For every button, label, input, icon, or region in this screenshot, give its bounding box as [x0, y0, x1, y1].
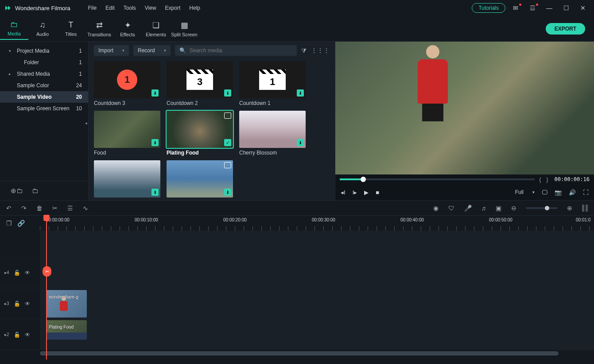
tutorials-button[interactable]: Tutorials: [472, 3, 505, 13]
playhead[interactable]: [46, 216, 47, 360]
tab-titles[interactable]: TTitles: [57, 18, 85, 39]
tab-elements[interactable]: ❏Elements: [142, 18, 170, 40]
timeline-clip-plating-food[interactable]: Plating Food: [46, 320, 87, 340]
zoom-out-icon[interactable]: ⊖: [511, 205, 516, 212]
delete-icon[interactable]: 🗑: [36, 205, 43, 212]
track-body[interactable]: Plating Food: [40, 319, 594, 350]
snapshot-icon[interactable]: 📷: [555, 189, 562, 196]
eye-icon[interactable]: 👁: [25, 332, 30, 338]
track-body[interactable]: wondershare-g: [40, 288, 594, 319]
crop-icon[interactable]: ▣: [496, 205, 501, 212]
elements-icon: ❏: [152, 20, 159, 30]
media-item-beach[interactable]: ⬇Beach: [167, 160, 233, 200]
sidebar-item-project-media[interactable]: ▾Project Media1: [0, 45, 88, 57]
horizontal-scrollbar[interactable]: [40, 350, 559, 356]
fullscreen-icon[interactable]: ⛶: [583, 189, 589, 196]
eye-icon[interactable]: 👁: [25, 270, 30, 276]
menu-export[interactable]: Export: [165, 5, 181, 11]
markers-icon[interactable]: { }: [539, 176, 550, 183]
media-item-food[interactable]: ⬇Food: [94, 111, 160, 156]
check-icon: ✓: [224, 139, 231, 146]
record-dropdown[interactable]: Record▾: [133, 45, 171, 56]
redo-icon[interactable]: ↷: [21, 205, 27, 212]
volume-icon[interactable]: 🔊: [569, 189, 576, 196]
export-button[interactable]: EXPORT: [546, 23, 585, 35]
menu-tools[interactable]: Tools: [124, 5, 136, 11]
cut-icon[interactable]: ✂: [52, 205, 58, 212]
media-item-countdown-2[interactable]: 3⬇Countdown 2: [167, 61, 233, 106]
lock-icon[interactable]: 🔓: [14, 332, 20, 338]
tab-effects[interactable]: ✦Effects: [113, 18, 142, 40]
tab-media[interactable]: 🗀Media: [0, 17, 28, 40]
tab-split-screen[interactable]: ▦Split Screen: [170, 18, 198, 40]
color-wheel-icon[interactable]: ◉: [433, 205, 439, 212]
green-screen-icon[interactable]: 🛡: [448, 205, 454, 212]
link-icon[interactable]: 🔗: [17, 220, 25, 227]
task-list-icon[interactable]: ☲: [526, 4, 539, 12]
media-item-countdown-1[interactable]: 1⬇Countdown 1: [239, 61, 306, 106]
window-close-icon[interactable]: ✕: [576, 4, 590, 12]
import-dropdown[interactable]: Import▾: [94, 45, 129, 56]
preview-viewport[interactable]: [335, 42, 594, 174]
play-icon[interactable]: ▶: [364, 189, 369, 196]
undo-icon[interactable]: ↶: [6, 205, 12, 212]
new-folder-icon[interactable]: ⊕🗀: [11, 187, 23, 195]
lock-icon[interactable]: 🔓: [14, 301, 20, 307]
sidebar-item-sample-color[interactable]: Sample Color24: [0, 80, 88, 91]
folder-icon[interactable]: 🗀: [32, 187, 39, 194]
step-back-icon[interactable]: ◂I: [341, 189, 346, 196]
text-icon: T: [69, 20, 74, 30]
media-item-islands[interactable]: ⬇Islands: [94, 160, 160, 200]
lock-icon[interactable]: 🔓: [14, 270, 20, 276]
menu-file[interactable]: File: [88, 5, 97, 11]
cut-handle-icon[interactable]: ✂: [43, 266, 51, 277]
track-body[interactable]: [40, 257, 594, 288]
sidebar-item-sample-green-screen[interactable]: Sample Green Screen10: [0, 103, 88, 114]
zoom-slider[interactable]: [526, 207, 557, 209]
media-item-plating-food[interactable]: ✓Plating Food: [167, 111, 233, 156]
stop-icon[interactable]: ■: [376, 189, 379, 196]
download-icon: ⬇: [151, 89, 159, 97]
sidebar-item-shared-media[interactable]: ▸Shared Media1: [0, 68, 88, 80]
media-item-cherry-blossom[interactable]: ⬇Cherry Blossom: [239, 111, 306, 156]
folder-icon: 🗀: [10, 20, 18, 29]
adjust-icon[interactable]: ☰: [67, 205, 73, 212]
tab-transitions[interactable]: ⇄Transitions: [85, 18, 113, 40]
audio-wave-icon[interactable]: ∿: [83, 205, 88, 212]
audio-mixer-icon[interactable]: ♬: [481, 205, 486, 212]
display-icon[interactable]: 🖵: [542, 189, 547, 196]
window-maximize-icon[interactable]: ☐: [559, 4, 573, 12]
hd-badge-icon: [224, 162, 231, 168]
preview-progress-bar[interactable]: [340, 178, 535, 180]
titlebar: Wondershare Filmora File Edit Tools View…: [0, 0, 594, 16]
grid-view-icon[interactable]: ⋮⋮⋮: [311, 47, 330, 54]
split-view-icon[interactable]: [582, 205, 588, 212]
window-minimize-icon[interactable]: —: [543, 4, 556, 12]
sidebar-item-folder[interactable]: Folder1: [0, 57, 88, 68]
sidebar-item-sample-video[interactable]: Sample Video20: [0, 91, 88, 103]
voice-icon[interactable]: 🎤: [464, 205, 472, 212]
menu-help[interactable]: Help: [189, 5, 200, 11]
menu-view[interactable]: View: [145, 5, 156, 11]
menu-edit[interactable]: Edit: [105, 5, 115, 11]
step-forward-icon[interactable]: I▸: [353, 189, 357, 196]
filter-icon[interactable]: ⧩: [301, 47, 307, 54]
eye-icon[interactable]: 👁: [25, 301, 30, 307]
split-screen-icon: ▦: [181, 20, 188, 30]
preview-panel: { } 00:00:00:16 ◂I I▸ ▶ ■ Full▾ 🖵 📷 🔊 ⛶: [335, 42, 594, 200]
tab-audio[interactable]: ♫Audio: [28, 18, 57, 39]
timeline-track-spacer: [0, 231, 594, 257]
timeline-ruler[interactable]: 00:00:00:00 00:00:10:00 00:00:20:00 00:0…: [40, 216, 594, 231]
timeline-panel: ↶ ↷ 🗑 ✂ ☰ ∿ ◉ 🛡 🎤 ♬ ▣ ⊖ ⊕ ❐ 🔗 00:00:00:0…: [0, 200, 594, 364]
quality-dropdown[interactable]: Full▾: [515, 189, 535, 195]
preview-overlay-person: [411, 45, 455, 125]
zoom-in-icon[interactable]: ⊕: [567, 205, 572, 212]
multi-select-icon[interactable]: ❐: [6, 220, 12, 227]
mail-icon[interactable]: ✉: [509, 4, 522, 12]
download-icon: ⬇: [151, 189, 159, 196]
search-input-wrapper: 🔍: [175, 45, 297, 56]
search-input[interactable]: [190, 47, 292, 54]
media-item-countdown-3[interactable]: 1⬇Countdown 3: [94, 61, 160, 106]
panel-expand-handle[interactable]: ◂: [85, 121, 89, 130]
timeline-clip-wondershare[interactable]: wondershare-g: [46, 290, 87, 318]
